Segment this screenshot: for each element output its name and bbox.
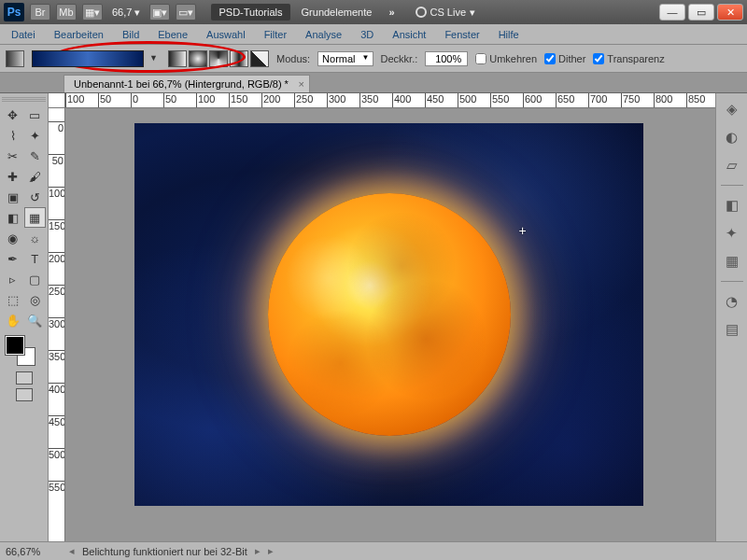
blur-tool[interactable]: ◉ <box>2 228 24 248</box>
quickmask-toggle[interactable] <box>2 371 46 385</box>
screen-mode-button[interactable]: ▭▾ <box>176 4 196 21</box>
color-swatches[interactable] <box>2 336 46 368</box>
gradient-tool[interactable]: ▦ <box>24 207 47 228</box>
document-tab-label: Unbenannt-1 bei 66,7% (Hintergrund, RGB/… <box>74 78 289 90</box>
menu-3d[interactable]: 3D <box>351 26 383 43</box>
wand-tool[interactable]: ✦ <box>24 125 47 146</box>
menu-bild[interactable]: Bild <box>113 26 148 43</box>
view-extras-button[interactable]: ▦▾ <box>82 4 103 21</box>
stamp-tool[interactable]: ▣ <box>2 187 24 207</box>
maximize-button[interactable]: ▭ <box>688 4 714 21</box>
3d-camera-tool[interactable]: ◎ <box>24 289 47 310</box>
swatches-panel-icon[interactable]: ▦ <box>722 251 742 272</box>
path-select-tool[interactable]: ▹ <box>2 269 24 289</box>
styles-panel-icon[interactable]: ✦ <box>722 223 742 244</box>
opacity-label: Deckkr.: <box>381 53 418 64</box>
workspace: 1005005010015020025030035040045050055060… <box>49 93 715 541</box>
dodge-tool[interactable]: ☼ <box>24 228 47 248</box>
close-button[interactable]: ✕ <box>717 4 743 21</box>
history-brush-tool[interactable]: ↺ <box>24 187 47 207</box>
zoom-level[interactable]: 66,7 ▾ <box>108 7 144 19</box>
screenmode-toggle[interactable] <box>2 388 46 401</box>
eraser-tool[interactable]: ◧ <box>2 207 24 228</box>
minimize-button[interactable]: — <box>659 4 685 21</box>
menu-auswahl[interactable]: Auswahl <box>197 26 255 43</box>
status-menu[interactable]: ▸ <box>268 545 274 557</box>
close-tab-icon[interactable]: × <box>298 78 303 90</box>
gradient-picker[interactable] <box>32 50 144 67</box>
gradient-reflected[interactable] <box>230 50 248 67</box>
menu-fenster[interactable]: Fenster <box>435 26 488 43</box>
ruler-origin[interactable] <box>49 93 65 108</box>
menu-analyse[interactable]: Analyse <box>296 26 351 43</box>
zoom-tool[interactable]: 🔍 <box>24 310 47 330</box>
menu-ansicht[interactable]: Ansicht <box>383 26 435 43</box>
ruler-horizontal[interactable]: 1005005010015020025030035040045050055060… <box>65 93 715 108</box>
crop-tool[interactable]: ✂ <box>2 146 24 166</box>
mode-select[interactable]: Normal <box>317 51 373 66</box>
menu-hilfe[interactable]: Hilfe <box>489 26 529 43</box>
status-left-arrow[interactable]: ◂ <box>69 545 75 557</box>
menu-filter[interactable]: Filter <box>255 26 296 43</box>
gradient-angle[interactable] <box>209 50 228 67</box>
menu-bearbeiten[interactable]: Bearbeiten <box>45 26 113 43</box>
bridge-button[interactable]: Br <box>30 4 50 21</box>
eyedropper-tool[interactable]: ✎ <box>24 146 47 166</box>
adjustments-panel-icon[interactable]: ◧ <box>722 195 742 216</box>
minibridge-button[interactable]: Mb <box>56 4 77 21</box>
canvas[interactable]: + <box>134 123 643 506</box>
status-message: Belichtung funktioniert nur bei 32-Bit <box>82 546 247 557</box>
app-icon: Ps <box>4 3 24 21</box>
workspace-psd-tutorials[interactable]: PSD-Tutorials <box>211 4 289 21</box>
tool-preset-thumb[interactable] <box>6 50 24 67</box>
pen-tool[interactable]: ✒ <box>2 248 24 269</box>
history-panel-icon[interactable]: ◔ <box>722 291 742 312</box>
status-bar: 66,67% ◂ Belichtung funktioniert nur bei… <box>0 541 747 560</box>
arrange-docs-button[interactable]: ▣▾ <box>149 4 170 21</box>
toolbox: ✥▭ ⌇✦ ✂✎ ✚🖌 ▣↺ ◧▦ ◉☼ ✒T ▹▢ ⬚◎ ✋🔍 <box>0 93 49 541</box>
transparency-checkbox[interactable]: Transparenz <box>593 53 664 64</box>
heal-tool[interactable]: ✚ <box>2 166 24 187</box>
gradient-radial[interactable] <box>189 50 207 67</box>
brush-tool[interactable]: 🖌 <box>24 166 47 187</box>
actions-panel-icon[interactable]: ▤ <box>722 319 742 340</box>
options-bar: Modus: Normal Deckkr.: 100% Umkehren Dit… <box>0 45 747 73</box>
paths-panel-icon[interactable]: ▱ <box>722 155 742 175</box>
cs-live[interactable]: CS Live ▾ <box>416 7 476 19</box>
title-bar: Ps Br Mb ▦▾ 66,7 ▾ ▣▾ ▭▾ PSD-Tutorials G… <box>0 0 747 24</box>
status-right-arrow[interactable]: ▸ <box>255 545 261 557</box>
lasso-tool[interactable]: ⌇ <box>2 125 24 146</box>
reverse-checkbox[interactable]: Umkehren <box>475 53 537 64</box>
layers-panel-icon[interactable]: ◈ <box>722 99 742 119</box>
document-tab-row: Unbenannt-1 bei 66,7% (Hintergrund, RGB/… <box>0 73 747 93</box>
menu-datei[interactable]: Datei <box>2 26 45 43</box>
mode-label: Modus: <box>276 53 310 64</box>
panel-rail: ◈ ◐ ▱ ◧ ✦ ▦ ◔ ▤ <box>715 93 747 541</box>
gradient-diamond[interactable] <box>250 50 269 67</box>
document-tab[interactable]: Unbenannt-1 bei 66,7% (Hintergrund, RGB/… <box>63 75 310 92</box>
foreground-color[interactable] <box>6 336 24 355</box>
gradient-linear[interactable] <box>168 50 187 67</box>
status-zoom[interactable]: 66,67% <box>6 546 62 557</box>
opacity-input[interactable]: 100% <box>425 51 468 66</box>
hand-tool[interactable]: ✋ <box>2 310 24 330</box>
workspace-grundelemente[interactable]: Grundelemente <box>296 4 378 21</box>
marquee-tool[interactable]: ▭ <box>24 105 47 125</box>
type-tool[interactable]: T <box>24 248 47 269</box>
menu-bar: Datei Bearbeiten Bild Ebene Auswahl Filt… <box>0 24 747 45</box>
artwork-sun <box>268 193 511 436</box>
move-tool[interactable]: ✥ <box>2 105 24 125</box>
3d-tool[interactable]: ⬚ <box>2 289 24 310</box>
shape-tool[interactable]: ▢ <box>24 269 47 289</box>
ruler-vertical[interactable]: 050100150200250300350400450500550 <box>49 108 65 541</box>
toolbox-grip[interactable] <box>2 97 46 103</box>
menu-ebene[interactable]: Ebene <box>148 26 197 43</box>
workspace-more[interactable]: » <box>383 7 400 18</box>
dither-checkbox[interactable]: Dither <box>544 53 585 64</box>
channels-panel-icon[interactable]: ◐ <box>722 127 742 147</box>
